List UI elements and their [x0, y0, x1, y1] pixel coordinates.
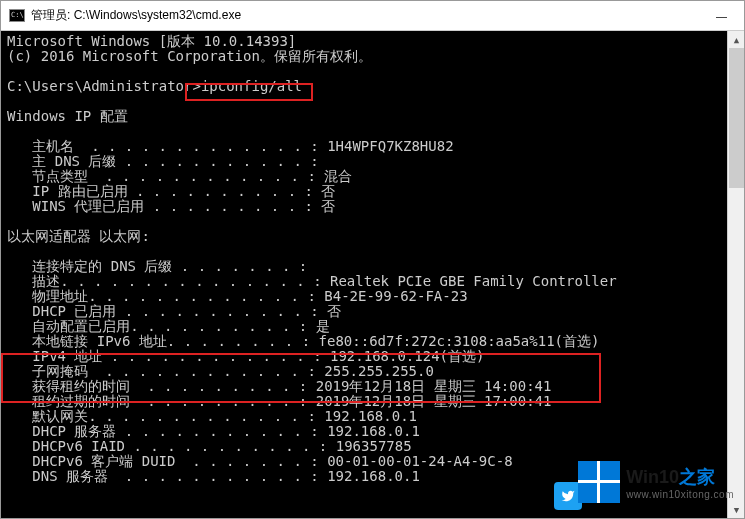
banner-line: (c) 2016 Microsoft Corporation。保留所有权利。 — [7, 48, 372, 64]
field-value: 否 — [321, 183, 335, 199]
cmd-icon — [9, 9, 25, 22]
field-label: 连接特定的 DNS 后缀 . . . . . . . : — [7, 258, 307, 274]
scroll-thumb[interactable] — [729, 48, 744, 188]
vertical-scrollbar[interactable]: ▲ ▼ — [727, 31, 744, 518]
field-label: 主机名 . . . . . . . . . . . . . : — [7, 138, 327, 154]
field-label: 主 DNS 后缀 . . . . . . . . . . . : — [7, 153, 319, 169]
field-value: 2019年12月18日 星期三 14:00:41 — [316, 378, 552, 394]
field-label: 默认网关. . . . . . . . . . . . . : — [7, 408, 324, 424]
field-label: 本地链接 IPv6 地址. . . . . . . . : — [7, 333, 319, 349]
field-value: 192.168.0.1 — [324, 408, 417, 424]
command: ipconfig/all — [201, 78, 302, 94]
field-value: 是 — [316, 318, 330, 334]
field-label: DHCP 服务器 . . . . . . . . . . . : — [7, 423, 327, 439]
share-icon — [554, 482, 582, 510]
field-value: 192.168.0.1 — [327, 423, 420, 439]
prompt: C:\Users\Administrator> — [7, 78, 201, 94]
field-label: DNS 服务器 . . . . . . . . . . . : — [7, 468, 327, 484]
field-label: IPv4 地址 . . . . . . . . . . . . : — [7, 348, 330, 364]
field-value: 00-01-00-01-24-A4-9C-8 — [327, 453, 512, 469]
window-title: 管理员: C:\Windows\system32\cmd.exe — [31, 7, 241, 24]
field-value: 255.255.255.0 — [324, 363, 434, 379]
section-header: Windows IP 配置 — [7, 108, 128, 124]
window-controls: — — [699, 1, 744, 31]
field-label: WINS 代理已启用 . . . . . . . . . : — [7, 198, 321, 214]
field-label: DHCP 已启用 . . . . . . . . . . . : — [7, 303, 327, 319]
field-label: DHCPv6 客户端 DUID . . . . . . . : — [7, 453, 327, 469]
field-value: B4-2E-99-62-FA-23 — [324, 288, 467, 304]
field-value: 196357785 — [336, 438, 412, 454]
terminal-output[interactable]: Microsoft Windows [版本 10.0.14393] (c) 20… — [1, 31, 744, 518]
field-value: Realtek PCIe GBE Family Controller — [330, 273, 617, 289]
field-label: 节点类型 . . . . . . . . . . . . : — [7, 168, 324, 184]
section-header: 以太网适配器 以太网: — [7, 228, 150, 244]
field-label: 子网掩码 . . . . . . . . . . . . : — [7, 363, 324, 379]
field-value: 混合 — [324, 168, 352, 184]
field-label: 自动配置已启用. . . . . . . . . . : — [7, 318, 316, 334]
window-titlebar: 管理员: C:\Windows\system32\cmd.exe — — [1, 1, 744, 31]
field-label: 租约过期的时间 . . . . . . . . . : — [7, 393, 316, 409]
field-value: 1H4WPFQ7KZ8HU82 — [327, 138, 453, 154]
field-value: 192.168.0.124(首选) — [330, 348, 484, 364]
field-label: IP 路由已启用 . . . . . . . . . . : — [7, 183, 321, 199]
banner-line: Microsoft Windows [版本 10.0.14393] — [7, 33, 296, 49]
field-value: 2019年12月18日 星期三 17:00:41 — [316, 393, 552, 409]
field-label: 物理地址. . . . . . . . . . . . . : — [7, 288, 324, 304]
field-value: fe80::6d7f:272c:3108:aa5a%11(首选) — [319, 333, 600, 349]
field-value: 否 — [321, 198, 335, 214]
field-value: 192.168.0.1 — [327, 468, 420, 484]
minimize-button[interactable]: — — [699, 1, 744, 31]
field-label: DHCPv6 IAID . . . . . . . . . . . : — [7, 438, 336, 454]
field-label: 获得租约的时间 . . . . . . . . . : — [7, 378, 316, 394]
field-value: 否 — [327, 303, 341, 319]
scroll-up-button[interactable]: ▲ — [728, 31, 745, 48]
field-label: 描述. . . . . . . . . . . . . . . : — [7, 273, 330, 289]
scroll-down-button[interactable]: ▼ — [728, 501, 745, 518]
